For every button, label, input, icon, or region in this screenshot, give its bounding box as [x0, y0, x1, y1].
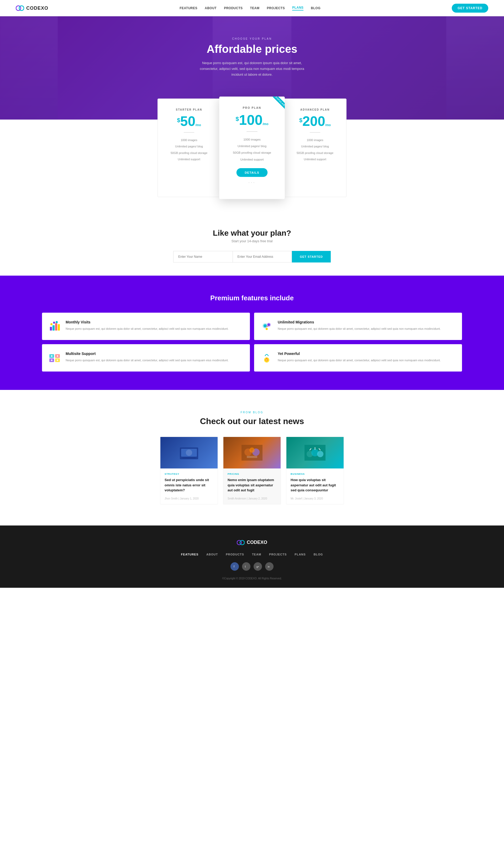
- svg-rect-27: [182, 457, 196, 458]
- feature-monthly-visits: Monthly Visits Neque porro quisquam est,…: [42, 313, 250, 340]
- svg-point-18: [51, 355, 53, 357]
- advanced-dollar: $: [299, 117, 302, 124]
- starter-price-wrapper: $ 50 /mo: [165, 114, 213, 128]
- pricing-cards-container: STARTER PLAN $ 50 /mo 1000 images Unlimi…: [0, 99, 504, 197]
- blog-category-3: BUSINESS: [290, 473, 340, 475]
- main-nav: FEATURES ABOUT PRODUCTS TEAM PROJECTS PL…: [180, 6, 321, 11]
- footer-nav-projects[interactable]: PROJECTS: [269, 553, 287, 556]
- google-plus-svg: g+: [256, 565, 260, 568]
- email-input[interactable]: [232, 251, 292, 263]
- header-get-started-button[interactable]: GET STARTED: [452, 4, 488, 13]
- svg-point-8: [56, 321, 58, 323]
- unlimited-migrations-desc: Neque porro quisquam est, qui dolorem qu…: [278, 326, 441, 331]
- svg-text:g+: g+: [256, 565, 259, 568]
- unlimited-migrations-title: Unlimited Migrations: [278, 320, 441, 324]
- pro-feature-1: 1000 images: [227, 136, 276, 143]
- starter-period: /mo: [195, 123, 201, 127]
- blog-meta-3: Mr. Jostef | January 3, 2020: [290, 497, 340, 500]
- facebook-icon[interactable]: f: [230, 562, 239, 571]
- details-button[interactable]: DETAILS: [237, 168, 267, 177]
- blog-img-icon-2: [241, 445, 263, 460]
- popular-badge: POPULAR: [267, 97, 285, 114]
- svg-point-6: [50, 323, 53, 325]
- pro-plan-card: POPULAR PRO PLAN $ 100 /mo 1000 images U…: [219, 97, 285, 199]
- pro-features: 1000 images Unlimited pages/ blog 50GB p…: [227, 136, 276, 163]
- blog-card-3-body: BUSINESS How quia voluptas sit aspernatu…: [286, 468, 344, 504]
- logo-icon: [16, 4, 24, 12]
- google-plus-icon[interactable]: g+: [254, 562, 262, 571]
- advanced-feature-4: Unlimited support: [291, 156, 339, 162]
- from-blog-label: FROM BLOG: [42, 411, 462, 414]
- blog-card-1-body: STRATEGY Sed ut perspiciatis unde sit om…: [160, 468, 218, 504]
- svg-point-21: [57, 359, 58, 361]
- footer-nav-about[interactable]: ABOUT: [206, 553, 218, 556]
- nav-products[interactable]: PRODUCTS: [224, 6, 242, 10]
- yet-powerful-icon: [260, 352, 273, 364]
- svg-point-13: [266, 328, 268, 330]
- nav-projects[interactable]: PROJECTS: [267, 6, 285, 10]
- hero-subtitle: CHOOSE YOUR PLAN: [194, 37, 310, 40]
- starter-feature-1: 1000 images: [165, 137, 213, 143]
- advanced-price-wrapper: $ 200 /mo: [291, 114, 339, 128]
- multisite-support-content: Multisite Support Neque porro quisquam e…: [66, 352, 229, 363]
- pro-price: 100: [239, 113, 263, 127]
- multisite-support-desc: Neque porro quisquam est, qui dolorem qu…: [66, 358, 229, 363]
- blog-category-2: PRICING: [228, 473, 276, 475]
- blog-card-3-title: How quia voluptas sit aspernatur aut odi…: [290, 477, 340, 493]
- nav-plans[interactable]: PLANS: [292, 6, 303, 11]
- footer-social: f t g+ in: [5, 562, 499, 571]
- blog-cards-container: STRATEGY Sed ut perspiciatis unde sit om…: [42, 437, 462, 504]
- footer-logo[interactable]: CODEXO: [5, 539, 499, 546]
- premium-title: Premium features include: [42, 294, 462, 302]
- footer-nav-plans[interactable]: PLANS: [295, 553, 306, 556]
- starter-plan-card: STARTER PLAN $ 50 /mo 1000 images Unlimi…: [158, 99, 220, 197]
- monthly-visits-icon: [48, 320, 61, 333]
- name-input[interactable]: [173, 251, 232, 263]
- multisite-support-icon: [48, 352, 61, 364]
- svg-rect-2: [50, 327, 52, 331]
- svg-rect-5: [58, 324, 60, 331]
- footer-nav-blog[interactable]: BLOG: [314, 553, 323, 556]
- free-trial-subtitle: Start your 14-days free trial: [5, 239, 499, 243]
- feature-unlimited-migrations: Unlimited Migrations Neque porro quisqua…: [254, 313, 462, 340]
- nav-about[interactable]: ABOUT: [205, 6, 217, 10]
- linkedin-icon[interactable]: in: [265, 562, 274, 571]
- unlimited-migrations-content: Unlimited Migrations Neque porro quisqua…: [278, 320, 441, 331]
- twitter-svg: t: [244, 565, 248, 568]
- free-trial-section: Like what your plan? Start your 14-days …: [0, 213, 504, 276]
- pro-feature-2: Unlimited pages/ blog: [227, 143, 276, 149]
- footer-nav-team[interactable]: TEAM: [252, 553, 261, 556]
- yet-powerful-desc: Neque porro quisquam est, qui dolorem qu…: [278, 358, 441, 363]
- blog-card-2-title: Nemo enim ipsam oluptatem quia voluptas …: [228, 477, 276, 493]
- svg-text:t: t: [245, 565, 246, 568]
- footer-nav-features[interactable]: FEATURES: [181, 553, 198, 556]
- hero-title: Affordable prices: [194, 43, 310, 55]
- blog-img-icon-3: [305, 445, 325, 460]
- starter-feature-4: Unlimited support: [165, 156, 213, 162]
- svg-point-7: [53, 322, 55, 324]
- pro-period: /mo: [263, 122, 268, 126]
- nav-features[interactable]: FEATURES: [180, 6, 197, 10]
- advanced-divider: [310, 132, 320, 133]
- svg-point-38: [240, 540, 244, 545]
- hero-description: Neque porro quisquam est, qui dolorem ip…: [194, 60, 310, 78]
- footer-nav-products[interactable]: PRODUCTS: [226, 553, 244, 556]
- form-get-started-button[interactable]: GET STARTED: [292, 251, 331, 263]
- blog-meta-1: Jhon Smith | January 1, 2020: [164, 497, 214, 500]
- svg-point-26: [186, 449, 192, 456]
- twitter-icon[interactable]: t: [242, 562, 250, 571]
- yet-powerful-title: Yet Powerful: [278, 352, 441, 356]
- svg-point-19: [51, 359, 53, 361]
- blog-title: Check out our latest news: [42, 417, 462, 426]
- pro-feature-4: Unlimited support: [227, 156, 276, 163]
- starter-divider: [184, 132, 194, 133]
- footer-nav: FEATURES ABOUT PRODUCTS TEAM PROJECTS PL…: [5, 553, 499, 556]
- svg-text:in: in: [268, 565, 270, 568]
- svg-rect-4: [55, 323, 57, 331]
- logo[interactable]: CODEXO: [16, 4, 48, 12]
- svg-point-1: [19, 6, 24, 11]
- svg-point-36: [317, 451, 323, 457]
- footer: CODEXO FEATURES ABOUT PRODUCTS TEAM PROJ…: [0, 525, 504, 588]
- nav-team[interactable]: TEAM: [250, 6, 260, 10]
- nav-blog[interactable]: BLOG: [311, 6, 321, 10]
